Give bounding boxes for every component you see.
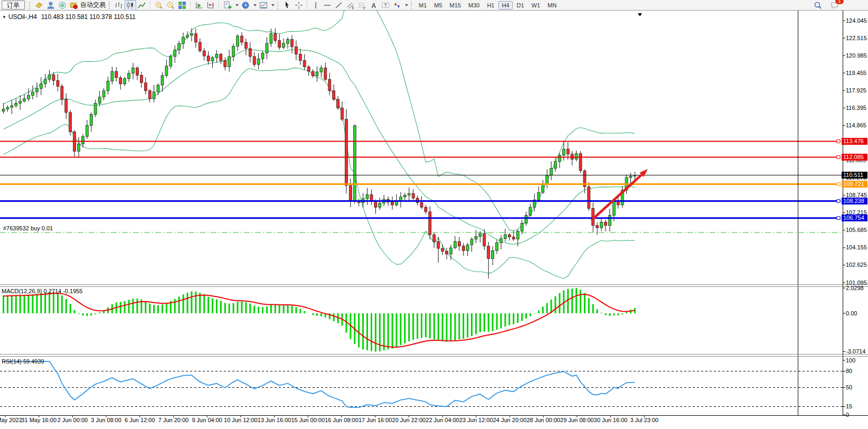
template-icon[interactable] — [258, 0, 269, 11]
price-level-badge: 113.476 — [842, 138, 867, 145]
price-level-badge: 106.754 — [842, 215, 867, 221]
price-tick-label: 102.625 — [846, 262, 867, 268]
price-level-badge: 112.085 — [842, 154, 867, 161]
price-tick-label: 117.925 — [846, 87, 866, 94]
price-level-badge: 108.238 — [842, 198, 867, 204]
price-tick-label: 122.515 — [846, 35, 867, 41]
timeframe-M15[interactable]: M15 — [447, 1, 464, 10]
chart-ohlc-values: 110.483 110.581 110.378 110.511 — [41, 13, 136, 21]
price-tick-label: 105.685 — [846, 227, 867, 233]
dropdown-caret-icon[interactable] — [271, 4, 275, 6]
toolbar-separator — [150, 1, 151, 9]
time-tick-label: 3 Jul 23:00 — [620, 417, 668, 423]
autotrade-label[interactable]: 自动交易 — [80, 1, 106, 10]
new-chart-icon[interactable] — [222, 0, 233, 11]
auto-scroll-icon[interactable] — [193, 0, 205, 11]
line-chart-icon[interactable] — [136, 0, 148, 11]
dropdown-caret-icon[interactable] — [235, 4, 239, 6]
dropdown-caret-icon[interactable] — [405, 4, 408, 6]
timeframe-D1[interactable]: D1 — [514, 1, 527, 10]
svg-text:A: A — [372, 2, 376, 9]
rsi-tick-label: 15 — [846, 403, 852, 409]
toolbar-separator — [190, 1, 191, 9]
toolbar-grip — [277, 2, 280, 9]
macd-indicator-label: MACD(12,26,9) 0.2714 -0.1955 — [2, 288, 82, 294]
price-tick-label: 120.985 — [846, 52, 867, 59]
chart-collapse-icon[interactable]: ▼ — [2, 15, 6, 20]
horizontal-line-icon[interactable] — [322, 0, 333, 11]
rsi-tick-label: 100 — [846, 357, 855, 363]
price-level-badge: 110.511 — [842, 172, 867, 179]
fibonacci-icon[interactable]: F — [356, 0, 368, 11]
toolbar-separator — [219, 1, 220, 9]
text-icon[interactable]: A — [368, 0, 380, 11]
timeframe-M30[interactable]: M30 — [465, 1, 483, 10]
dropdown-caret-icon[interactable] — [253, 4, 257, 6]
toolbar-grip — [109, 2, 111, 9]
price-level-badge: 109.721 — [842, 181, 867, 188]
svg-text:F: F — [364, 6, 366, 10]
chat-icon[interactable]: 1 — [829, 0, 841, 11]
chart-shift-icon[interactable] — [205, 0, 216, 11]
orders-button[interactable]: 订单 — [2, 1, 25, 10]
price-tick-label: 114.865 — [846, 122, 866, 128]
svg-text:T: T — [384, 3, 388, 8]
trendline-icon[interactable] — [333, 0, 345, 11]
new-order-icon[interactable] — [33, 0, 45, 11]
timeframe-W1[interactable]: W1 — [529, 1, 544, 10]
zoom-in-icon[interactable] — [153, 0, 165, 11]
timeframe-H1[interactable]: H1 — [484, 1, 497, 10]
tile-windows-icon[interactable] — [176, 0, 188, 11]
crosshair-icon[interactable] — [293, 0, 305, 11]
notification-badge: 1 — [835, 0, 844, 5]
rsi-tick-label: 80 — [846, 368, 852, 374]
channel-icon[interactable]: E — [345, 0, 356, 11]
search-icon[interactable] — [812, 0, 824, 11]
timeframe-M5[interactable]: M5 — [431, 1, 445, 10]
arrows-icon[interactable] — [391, 0, 403, 11]
rsi-indicator-label: RSI(14) 59.4939 — [2, 358, 44, 365]
price-tick-label: 124.045 — [846, 17, 867, 24]
rsi-tick-label: 0 — [846, 412, 849, 418]
chart-canvas[interactable] — [0, 0, 868, 429]
rsi-tick-label: 50 — [846, 384, 852, 390]
signals-icon[interactable] — [56, 0, 68, 11]
zoom-out-icon[interactable] — [165, 0, 176, 11]
period-icon[interactable] — [240, 0, 251, 11]
toolbar: 订单自动交易EFATM1M5M15M30H1H4D1W1MN1 — [0, 0, 868, 11]
timeframe-M1[interactable]: M1 — [416, 1, 430, 10]
toolbar-grip — [29, 2, 32, 9]
price-tick-label: 116.395 — [846, 105, 866, 111]
market-watch-icon[interactable] — [45, 0, 56, 11]
timeframe-MN[interactable]: MN — [544, 1, 560, 10]
chart-title: ▼USOil-,H4110.483 110.581 110.378 110.51… — [2, 13, 136, 21]
text-label-icon[interactable]: T — [380, 0, 391, 11]
cursor-icon[interactable] — [281, 0, 293, 11]
macd-tick-label: -3.0714 — [846, 348, 865, 355]
svg-text:E: E — [352, 6, 355, 10]
macd-tick-label: 2.0298 — [846, 285, 864, 291]
macd-tick-label: 0.00 — [846, 310, 857, 316]
candlestick-chart-icon[interactable] — [125, 0, 136, 11]
vertical-line-icon[interactable] — [310, 0, 322, 11]
chart-symbol-period: USOil-,H4 — [8, 13, 37, 21]
autotrade-icon[interactable] — [68, 0, 80, 11]
toolbar-separator — [307, 1, 308, 9]
timeframe-H4[interactable]: H4 — [498, 1, 512, 10]
price-tick-label: 119.455 — [846, 70, 866, 76]
order-line-label: #7639532 buy 0.01 — [3, 225, 53, 231]
toolbar-grip — [411, 2, 413, 9]
price-tick-label: 104.155 — [846, 244, 867, 250]
bar-chart-icon[interactable] — [113, 0, 125, 11]
